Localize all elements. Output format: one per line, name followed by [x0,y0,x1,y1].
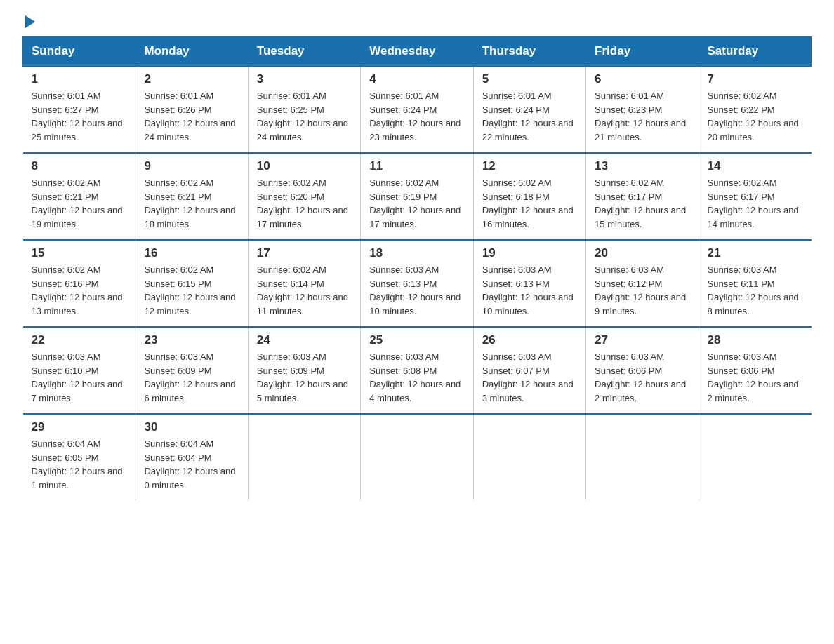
table-row: 21 Sunrise: 6:03 AMSunset: 6:11 PMDaylig… [699,240,811,327]
day-info: Sunrise: 6:02 AMSunset: 6:17 PMDaylight:… [708,177,799,229]
header-tuesday: Tuesday [248,37,360,67]
table-row: 5 Sunrise: 6:01 AMSunset: 6:24 PMDayligh… [473,66,585,153]
table-row: 28 Sunrise: 6:03 AMSunset: 6:06 PMDaylig… [699,327,811,414]
page-header [0,0,834,36]
table-row: 8 Sunrise: 6:02 AMSunset: 6:21 PMDayligh… [23,153,135,240]
table-row: 12 Sunrise: 6:02 AMSunset: 6:18 PMDaylig… [473,153,585,240]
day-info: Sunrise: 6:03 AMSunset: 6:09 PMDaylight:… [144,351,235,403]
day-number: 22 [32,333,127,347]
table-row: 7 Sunrise: 6:02 AMSunset: 6:22 PMDayligh… [699,66,811,153]
header-wednesday: Wednesday [361,37,473,67]
day-number: 11 [369,159,464,173]
day-number: 29 [32,420,127,434]
week-row-4: 22 Sunrise: 6:03 AMSunset: 6:10 PMDaylig… [23,327,812,414]
day-info: Sunrise: 6:01 AMSunset: 6:24 PMDaylight:… [482,90,574,142]
day-number: 4 [369,72,464,86]
calendar-header-row: SundayMondayTuesdayWednesdayThursdayFrid… [23,37,812,67]
day-info: Sunrise: 6:01 AMSunset: 6:26 PMDaylight:… [144,90,235,142]
day-number: 9 [144,159,239,173]
table-row: 24 Sunrise: 6:03 AMSunset: 6:09 PMDaylig… [248,327,360,414]
day-number: 6 [595,72,689,86]
table-row: 25 Sunrise: 6:03 AMSunset: 6:08 PMDaylig… [361,327,473,414]
week-row-3: 15 Sunrise: 6:02 AMSunset: 6:16 PMDaylig… [23,240,812,327]
day-number: 2 [144,72,239,86]
table-row: 2 Sunrise: 6:01 AMSunset: 6:26 PMDayligh… [135,66,248,153]
day-info: Sunrise: 6:03 AMSunset: 6:08 PMDaylight:… [369,351,461,403]
day-info: Sunrise: 6:01 AMSunset: 6:24 PMDaylight:… [369,90,461,142]
table-row: 18 Sunrise: 6:03 AMSunset: 6:13 PMDaylig… [361,240,473,327]
day-info: Sunrise: 6:04 AMSunset: 6:05 PMDaylight:… [32,438,123,490]
day-info: Sunrise: 6:02 AMSunset: 6:17 PMDaylight:… [595,177,686,229]
table-row: 20 Sunrise: 6:03 AMSunset: 6:12 PMDaylig… [586,240,699,327]
table-row: 15 Sunrise: 6:02 AMSunset: 6:16 PMDaylig… [23,240,135,327]
day-number: 7 [708,72,803,86]
table-row: 19 Sunrise: 6:03 AMSunset: 6:13 PMDaylig… [473,240,585,327]
table-row: 27 Sunrise: 6:03 AMSunset: 6:06 PMDaylig… [586,327,699,414]
day-info: Sunrise: 6:02 AMSunset: 6:14 PMDaylight:… [257,264,348,316]
day-info: Sunrise: 6:02 AMSunset: 6:15 PMDaylight:… [144,264,235,316]
day-number: 17 [257,246,352,260]
day-number: 5 [482,72,577,86]
day-number: 18 [369,246,464,260]
day-info: Sunrise: 6:02 AMSunset: 6:18 PMDaylight:… [482,177,574,229]
day-info: Sunrise: 6:02 AMSunset: 6:21 PMDaylight:… [32,177,123,229]
logo-blue-part [22,17,37,28]
header-sunday: Sunday [23,37,135,67]
day-number: 21 [708,246,803,260]
table-row [473,414,585,500]
day-number: 8 [32,159,127,173]
logo-arrow-icon [25,15,35,28]
day-number: 3 [257,72,352,86]
table-row: 11 Sunrise: 6:02 AMSunset: 6:19 PMDaylig… [361,153,473,240]
week-row-2: 8 Sunrise: 6:02 AMSunset: 6:21 PMDayligh… [23,153,812,240]
day-info: Sunrise: 6:03 AMSunset: 6:10 PMDaylight:… [32,351,123,403]
table-row: 6 Sunrise: 6:01 AMSunset: 6:23 PMDayligh… [586,66,699,153]
day-info: Sunrise: 6:01 AMSunset: 6:27 PMDaylight:… [32,90,123,142]
table-row: 22 Sunrise: 6:03 AMSunset: 6:10 PMDaylig… [23,327,135,414]
day-number: 16 [144,246,239,260]
table-row [699,414,811,500]
day-info: Sunrise: 6:02 AMSunset: 6:19 PMDaylight:… [369,177,461,229]
week-row-5: 29 Sunrise: 6:04 AMSunset: 6:05 PMDaylig… [23,414,812,500]
day-number: 23 [144,333,239,347]
day-info: Sunrise: 6:01 AMSunset: 6:23 PMDaylight:… [595,90,686,142]
day-info: Sunrise: 6:03 AMSunset: 6:11 PMDaylight:… [708,264,799,316]
table-row: 9 Sunrise: 6:02 AMSunset: 6:21 PMDayligh… [135,153,248,240]
day-number: 24 [257,333,352,347]
logo [22,17,37,28]
day-number: 28 [708,333,803,347]
day-number: 1 [32,72,127,86]
day-info: Sunrise: 6:03 AMSunset: 6:07 PMDaylight:… [482,351,574,403]
day-number: 14 [708,159,803,173]
table-row: 14 Sunrise: 6:02 AMSunset: 6:17 PMDaylig… [699,153,811,240]
day-info: Sunrise: 6:01 AMSunset: 6:25 PMDaylight:… [257,90,348,142]
day-number: 12 [482,159,577,173]
day-number: 15 [32,246,127,260]
day-info: Sunrise: 6:03 AMSunset: 6:13 PMDaylight:… [482,264,574,316]
day-info: Sunrise: 6:03 AMSunset: 6:13 PMDaylight:… [369,264,461,316]
day-info: Sunrise: 6:03 AMSunset: 6:06 PMDaylight:… [708,351,799,403]
day-info: Sunrise: 6:04 AMSunset: 6:04 PMDaylight:… [144,438,235,490]
table-row: 23 Sunrise: 6:03 AMSunset: 6:09 PMDaylig… [135,327,248,414]
table-row [586,414,699,500]
day-number: 26 [482,333,577,347]
table-row: 17 Sunrise: 6:02 AMSunset: 6:14 PMDaylig… [248,240,360,327]
day-info: Sunrise: 6:03 AMSunset: 6:06 PMDaylight:… [595,351,686,403]
table-row: 26 Sunrise: 6:03 AMSunset: 6:07 PMDaylig… [473,327,585,414]
day-number: 27 [595,333,689,347]
day-info: Sunrise: 6:03 AMSunset: 6:09 PMDaylight:… [257,351,348,403]
header-monday: Monday [135,37,248,67]
day-number: 30 [144,420,239,434]
table-row [248,414,360,500]
table-row: 1 Sunrise: 6:01 AMSunset: 6:27 PMDayligh… [23,66,135,153]
day-number: 19 [482,246,577,260]
day-info: Sunrise: 6:02 AMSunset: 6:16 PMDaylight:… [32,264,123,316]
table-row: 29 Sunrise: 6:04 AMSunset: 6:05 PMDaylig… [23,414,135,500]
calendar-table: SundayMondayTuesdayWednesdayThursdayFrid… [22,36,812,500]
header-saturday: Saturday [699,37,811,67]
day-info: Sunrise: 6:03 AMSunset: 6:12 PMDaylight:… [595,264,686,316]
table-row: 16 Sunrise: 6:02 AMSunset: 6:15 PMDaylig… [135,240,248,327]
week-row-1: 1 Sunrise: 6:01 AMSunset: 6:27 PMDayligh… [23,66,812,153]
calendar-wrapper: SundayMondayTuesdayWednesdayThursdayFrid… [0,36,834,523]
table-row: 13 Sunrise: 6:02 AMSunset: 6:17 PMDaylig… [586,153,699,240]
